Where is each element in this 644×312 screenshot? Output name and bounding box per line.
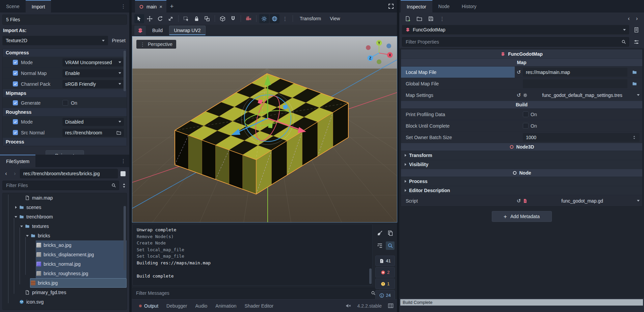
select-tool-button[interactable]: [134, 14, 144, 23]
spinner-updown-icon[interactable]: [632, 135, 637, 140]
list-item[interactable]: bricks_ao.jpg: [3, 240, 127, 250]
property-row-local-map-file[interactable]: Local Map File ↺ res://maps/main.map: [401, 66, 642, 78]
scene-tab-main[interactable]: main ×: [135, 0, 166, 12]
mute-icon[interactable]: [346, 303, 351, 309]
property-row-global-map-file[interactable]: Global Map File ↺: [401, 78, 642, 89]
property-label[interactable]: Block Until Complete: [401, 120, 515, 131]
channel-pack-select[interactable]: sRGB Friendly: [62, 80, 124, 88]
save-resource-button[interactable]: [426, 14, 436, 23]
add-metadata-button[interactable]: + Add Metadata: [492, 211, 552, 222]
resource-gear-icon[interactable]: [523, 93, 528, 98]
list-item[interactable]: scenes: [3, 203, 127, 212]
rotate-tool-button[interactable]: [155, 14, 165, 23]
sun-preview-button[interactable]: [259, 14, 269, 23]
folder-icon[interactable]: [116, 130, 121, 135]
property-row-script[interactable]: Script ↺ func_godot_map.gd: [401, 195, 642, 206]
normal-map-select[interactable]: Enable: [62, 69, 124, 77]
checkbox-checked[interactable]: [13, 130, 18, 135]
open-docs-button[interactable]: [631, 25, 641, 34]
tab-debugger[interactable]: Debugger: [162, 303, 191, 309]
checkbox-checked[interactable]: [13, 119, 18, 124]
build-button[interactable]: Build: [148, 26, 167, 35]
move-tool-button[interactable]: [145, 14, 155, 23]
add-scene-tab-button[interactable]: +: [166, 0, 177, 12]
property-name-style-button[interactable]: [631, 37, 641, 47]
batch-size-spinner[interactable]: 1000: [523, 133, 640, 142]
tab-import[interactable]: Import: [26, 0, 51, 12]
property-label[interactable]: Local Map File: [401, 67, 515, 78]
list-item[interactable]: main.map: [3, 193, 127, 203]
checkbox-checked[interactable]: [13, 71, 18, 76]
clear-output-button[interactable]: [375, 229, 384, 237]
src-normal-path-field[interactable]: res://trenchbroom: [62, 129, 124, 137]
group-transform[interactable]: Transform: [401, 151, 642, 160]
list-item[interactable]: trenchbroom: [3, 212, 127, 222]
layout-columns-icon[interactable]: [388, 303, 394, 309]
tab-shader-editor[interactable]: Shader Editor: [241, 303, 278, 309]
chevron-down-icon[interactable]: [637, 94, 640, 96]
collapse-arrow-icon[interactable]: [13, 216, 19, 218]
collapse-arrow-icon[interactable]: [19, 226, 24, 227]
property-label[interactable]: Map Settings: [401, 89, 515, 101]
load-resource-button[interactable]: [414, 14, 424, 23]
snap-toggle-button[interactable]: [228, 14, 238, 23]
property-label[interactable]: Set Owner Batch Size: [401, 132, 515, 143]
nav-forward-button[interactable]: ›: [11, 170, 19, 178]
script-resource[interactable]: func_godot_map.gd: [530, 198, 635, 204]
browse-file-button[interactable]: [629, 68, 640, 77]
checkbox-unchecked[interactable]: [523, 111, 529, 117]
close-icon[interactable]: ×: [159, 4, 162, 9]
tab-animation[interactable]: Animation: [211, 303, 240, 309]
group-process[interactable]: Process: [401, 177, 642, 186]
console-scrollbar[interactable]: [369, 268, 372, 284]
tab-output[interactable]: Output: [135, 303, 162, 309]
compress-mode-select[interactable]: VRAM Uncompressed: [62, 58, 124, 67]
dock-options-icon[interactable]: ⋮: [117, 155, 129, 167]
show-search-button[interactable]: [386, 241, 395, 250]
tab-scene[interactable]: Scene: [0, 0, 26, 12]
local-map-file-field[interactable]: res://maps/main.map: [523, 68, 627, 77]
property-label[interactable]: Script: [401, 195, 515, 206]
chevron-down-icon[interactable]: [637, 200, 640, 202]
global-map-file-field[interactable]: [523, 79, 627, 88]
viewport-3d[interactable]: Y X Z ⋮ Perspective: [132, 36, 397, 223]
scale-tool-button[interactable]: [166, 14, 176, 23]
property-row-map-settings[interactable]: Map Settings ↺ func_godot_default_map_se…: [401, 89, 642, 101]
resource-options-icon[interactable]: ⋮: [437, 14, 447, 23]
property-label[interactable]: Global Map File: [401, 78, 515, 89]
property-row-block-until-complete[interactable]: Block Until Complete ↺ On: [401, 120, 642, 131]
list-item[interactable]: icon.svg: [3, 297, 127, 307]
tab-history[interactable]: History: [456, 0, 483, 12]
sun-environment-options-icon[interactable]: ⋮: [280, 14, 290, 23]
nav-back-button[interactable]: ‹: [2, 170, 10, 178]
transform-menu[interactable]: Transform: [296, 16, 325, 21]
environment-preview-button[interactable]: [270, 14, 279, 23]
history-forward-button[interactable]: ›: [633, 15, 641, 23]
import-type-select[interactable]: Texture2D: [2, 36, 108, 45]
unwrap-uv2-button[interactable]: Unwrap UV2: [169, 26, 205, 35]
sort-files-icon[interactable]: [121, 183, 127, 188]
list-item[interactable]: bricks.jpg: [3, 278, 127, 288]
copy-output-button[interactable]: [386, 229, 395, 237]
preset-button[interactable]: Preset: [112, 38, 127, 43]
tab-filesystem[interactable]: FileSystem: [0, 155, 35, 167]
tree-scrollbar[interactable]: [124, 206, 126, 270]
map-settings-resource[interactable]: func_godot_default_map_settings.tres: [530, 93, 635, 98]
property-row-batch-size[interactable]: Set Owner Batch Size ↺ 1000: [401, 131, 642, 143]
new-resource-button[interactable]: [403, 14, 413, 23]
import-scrollbar[interactable]: [124, 51, 126, 91]
roughness-mode-select[interactable]: Disabled: [62, 118, 124, 126]
dock-options-icon[interactable]: ⋮: [117, 0, 129, 12]
list-item[interactable]: bricks_normal.jpg: [3, 259, 127, 269]
filter-messages-input[interactable]: [135, 290, 369, 296]
view-menu[interactable]: View: [326, 16, 344, 21]
revert-icon[interactable]: ↺: [515, 69, 523, 75]
list-item[interactable]: primary_fgd.tres: [3, 288, 127, 297]
expand-arrow-icon[interactable]: [13, 206, 19, 209]
group-editor-description[interactable]: Editor Description: [401, 186, 642, 195]
box-select-button[interactable]: [181, 14, 191, 23]
warnings-badge[interactable]: 1: [375, 279, 395, 289]
errors-badge[interactable]: 2: [375, 267, 395, 278]
checkbox-unchecked[interactable]: [62, 100, 68, 106]
collapse-duplicates-button[interactable]: [375, 241, 384, 250]
